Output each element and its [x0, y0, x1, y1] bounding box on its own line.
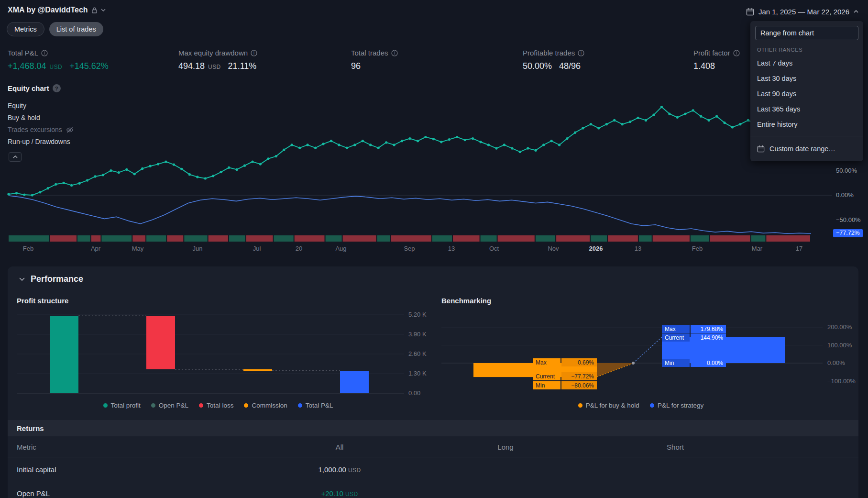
profit-structure-legend: Total profitOpen P&LTotal lossCommission… [14, 402, 422, 409]
legend-item[interactable]: P&L for strategy [650, 402, 703, 409]
info-icon[interactable]: i [41, 50, 48, 56]
legend-label: Buy & hold [8, 114, 40, 122]
x-axis-tick: Jun [193, 245, 203, 252]
svg-text:5.20 K: 5.20 K [408, 311, 427, 318]
legend-item-runup-drawdowns[interactable]: Run-up / Drawdowns [8, 138, 74, 145]
legend-dot [199, 403, 203, 408]
svg-text:Max: Max [536, 359, 547, 366]
view-tabs: Metrics List of trades [7, 22, 103, 36]
menu-item-last-30-days[interactable]: Last 30 days [750, 71, 863, 86]
info-icon[interactable]: i [733, 50, 740, 56]
equity-chart-canvas[interactable] [0, 98, 868, 246]
legend-item-buy-hold[interactable]: Buy & hold [8, 114, 74, 122]
date-range-menu: Range from chart OTHER RANGES Last 7 day… [750, 21, 863, 161]
benchmarking-chart[interactable]: 200.00%100.00%0.00%−100.00%Max0.69%Curre… [430, 310, 866, 402]
menu-item-range-from-chart[interactable]: Range from chart [755, 26, 858, 40]
equity-chart-legend: Equity Buy & hold Trades excursions Run-… [8, 102, 74, 145]
returns-section-header: Returns [8, 420, 858, 436]
x-axis-tick: Oct [489, 245, 499, 252]
menu-item-last-365-days[interactable]: Last 365 days [750, 101, 863, 117]
menu-divider [750, 136, 863, 136]
lock-icon [92, 7, 97, 13]
svg-text:i: i [394, 51, 395, 55]
x-axis-tick: Sep [404, 245, 415, 252]
returns-title: Returns [17, 424, 44, 432]
legend-item[interactable]: Total loss [199, 402, 233, 409]
column-short: Short [667, 443, 684, 451]
legend-item[interactable]: Open P&L [151, 402, 188, 409]
returns-table-header: Metric All Long Short [8, 436, 858, 457]
info-icon[interactable]: i [391, 50, 398, 56]
strategy-title: XMA by @DaviddTech [8, 6, 88, 14]
row-metric-label: Open P&L [17, 489, 50, 498]
metric-label: Max equity drawdown [178, 49, 248, 57]
metric-max-drawdown: Max equity drawdown i 494.18 USD 21.11% [178, 49, 257, 71]
performance-title: Performance [31, 274, 83, 284]
legend-label: Equity [8, 102, 26, 110]
collapse-chart-button[interactable] [9, 152, 22, 162]
info-icon[interactable]: i [251, 50, 257, 56]
date-range-button[interactable]: Jan 1, 2025 — Mar 22, 2026 [742, 4, 862, 19]
row-value-all: 1,000.00 USD [318, 465, 361, 473]
chevron-up-icon [13, 155, 18, 158]
menu-item-custom-date-range[interactable]: Custom date range… [750, 140, 863, 157]
legend-item[interactable]: P&L for buy & hold [578, 402, 639, 409]
menu-item-last-90-days[interactable]: Last 90 days [750, 86, 863, 101]
equity-x-axis: FebAprMayJunJul20AugSep13OctNov202613Feb… [0, 245, 868, 254]
chevron-down-icon [19, 277, 25, 281]
svg-text:Current: Current [536, 373, 555, 380]
x-axis-tick: 13 [635, 245, 641, 252]
menu-item-entire-history[interactable]: Entire history [750, 117, 863, 132]
tab-list-of-trades[interactable]: List of trades [49, 22, 103, 36]
metrics-row: Total P&L i +1,468.04 USD +145.62% Max e… [0, 49, 868, 77]
legend-dot [578, 403, 582, 408]
metric-extra: 21.11% [228, 61, 257, 71]
x-axis-tick: Feb [692, 245, 703, 252]
metric-unit: USD [208, 64, 221, 70]
legend-label: Open P&L [159, 402, 188, 409]
help-icon[interactable]: ? [53, 84, 61, 92]
metric-label: Profit factor [693, 49, 730, 57]
benchmarking-legend: P&L for buy & holdP&L for strategy [430, 402, 851, 409]
metric-profitable-trades: Profitable trades i 50.00% 48/96 [523, 49, 584, 71]
performance-section-header[interactable]: Performance [19, 274, 83, 284]
chevron-down-icon[interactable] [101, 9, 106, 11]
benchmarking-title: Benchmarking [441, 297, 491, 305]
svg-text:100.00%: 100.00% [827, 342, 852, 349]
x-axis-tick: 17 [796, 245, 802, 252]
legend-item[interactable]: Commission [244, 402, 287, 409]
legend-dot [298, 403, 302, 408]
svg-text:i: i [736, 51, 737, 55]
svg-text:−100.00%: −100.00% [827, 377, 856, 385]
profit-structure-chart[interactable]: 5.20 K3.90 K2.60 K1.30 K0.00 [14, 310, 429, 402]
svg-text:i: i [253, 51, 254, 55]
profit-structure-title: Profit structure [17, 297, 68, 305]
value-unit: USD [348, 466, 361, 473]
metric-label: Total P&L [8, 49, 38, 57]
info-icon[interactable]: i [578, 50, 584, 56]
metric-value: 96 [351, 61, 361, 71]
metric-value: +1,468.04 [8, 61, 46, 71]
menu-item-last-7-days[interactable]: Last 7 days [750, 55, 863, 71]
legend-item[interactable]: Total P&L [298, 402, 333, 409]
svg-text:0.00%: 0.00% [707, 360, 723, 366]
tab-metrics[interactable]: Metrics [7, 22, 44, 36]
strategy-tester-panel: { "colors": { "green": "#089981", "red":… [0, 0, 868, 498]
legend-label: Commission [252, 402, 287, 409]
x-axis-tick: 13 [448, 245, 455, 252]
column-metric: Metric [17, 443, 36, 451]
legend-item-trades-excursions[interactable]: Trades excursions [8, 126, 74, 133]
strategy-title-group[interactable]: XMA by @DaviddTech [8, 6, 106, 14]
metric-value: 50.00% [523, 61, 552, 71]
legend-dot [103, 403, 108, 408]
metric-unit: USD [50, 64, 63, 70]
date-range-label: Jan 1, 2025 — Mar 22, 2026 [758, 8, 849, 16]
metric-profit-factor: Profit factor i 1.408 [693, 49, 740, 71]
legend-label: P&L for buy & hold [586, 402, 639, 409]
svg-text:Min: Min [665, 360, 674, 366]
x-axis-tick: Aug [335, 245, 346, 252]
legend-item-equity[interactable]: Equity [8, 102, 74, 110]
column-long: Long [497, 443, 513, 451]
legend-item[interactable]: Total profit [103, 402, 141, 409]
svg-text:2.60 K: 2.60 K [408, 350, 427, 357]
